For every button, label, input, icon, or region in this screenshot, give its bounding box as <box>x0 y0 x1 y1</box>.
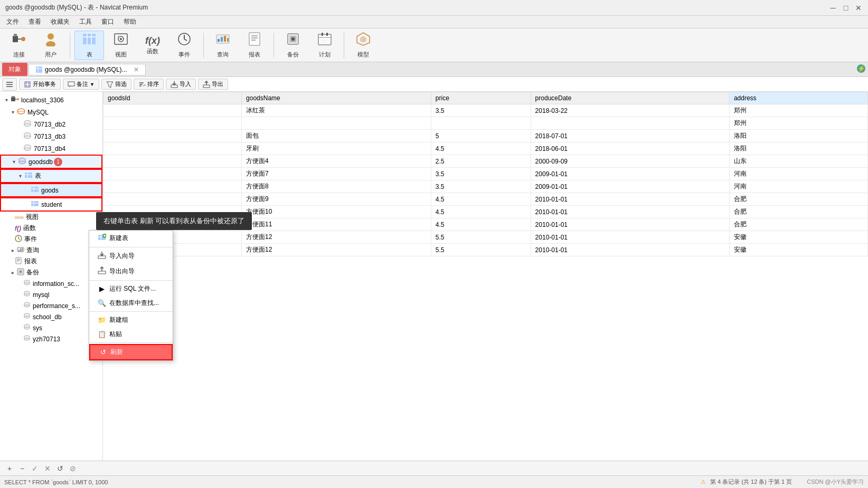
toolbar-report-label: 报表 <box>249 51 260 59</box>
toolbar-model[interactable]: 模型 <box>348 31 378 60</box>
toolbar-divider-3 <box>273 33 274 58</box>
col-price[interactable]: price <box>431 92 531 104</box>
toolbar-event[interactable]: 事件 <box>169 31 199 60</box>
sidebar-item-70713db3[interactable]: ▸ 70713_db3 <box>0 130 102 142</box>
sidebar-item-events[interactable]: 事件 <box>0 234 102 245</box>
sort-button[interactable]: 排序 <box>134 79 164 90</box>
sidebar-item-tables-group[interactable]: ▾ 表 <box>0 169 102 183</box>
comment-dropdown-icon[interactable]: ▼ <box>90 82 95 87</box>
delete-record-button[interactable]: − <box>17 463 27 474</box>
active-tab[interactable]: goods @goodsdb (MySQL)... ✕ <box>29 64 146 75</box>
minimize-button[interactable]: ─ <box>829 4 837 12</box>
ctx-new-group[interactable]: 📁 新建组 <box>89 313 173 327</box>
toolbar-user[interactable]: 用户 <box>36 31 65 60</box>
sidebar-item-sys[interactable]: ▸ sys <box>0 322 102 333</box>
toolbar-query[interactable]: 查询 <box>208 31 238 60</box>
data-table: goodsId goodsName price produceDate addr… <box>103 92 868 256</box>
stop-button[interactable]: ⊘ <box>68 463 78 474</box>
sidebar-item-70713db2[interactable]: ▸ 70713_db2 <box>0 118 102 130</box>
menu-bar: 文件 查看 收藏夹 工具 窗口 帮助 <box>0 16 868 28</box>
ctx-export-wizard[interactable]: 导出向导 <box>89 264 173 279</box>
check-button[interactable]: ✓ <box>30 463 40 474</box>
col-address[interactable]: address <box>729 92 867 104</box>
sidebar-item-student-table[interactable]: ▸ student <box>0 197 102 212</box>
goodsdb-icon <box>18 157 26 167</box>
yzh-label: yzh70713 <box>33 336 60 343</box>
col-goodsname[interactable]: goodsName <box>242 92 431 104</box>
menu-help[interactable]: 帮助 <box>119 16 140 27</box>
col-goodsid[interactable]: goodsId <box>103 92 242 104</box>
add-record-button[interactable]: + <box>4 463 15 474</box>
toolbar-table-label: 表 <box>87 51 92 59</box>
svg-point-12 <box>120 38 122 40</box>
svg-rect-0 <box>13 36 18 42</box>
menu-view[interactable]: 查看 <box>24 16 45 27</box>
sidebar-item-queries[interactable]: ▸ 查询 <box>0 245 102 256</box>
toolbar-table[interactable]: 表 <box>74 31 104 60</box>
object-button[interactable]: 对象 <box>2 63 27 76</box>
yzh-icon <box>23 334 31 343</box>
svg-point-110 <box>24 283 30 285</box>
ctx-new-table[interactable]: 新建表 <box>89 231 173 246</box>
hamburger-button[interactable] <box>2 78 17 91</box>
sidebar-item-goodsdb[interactable]: ▾ goodsdb 1 <box>0 155 102 169</box>
sidebar-item-views[interactable]: ∞∞ 视图 <box>0 212 102 223</box>
tab-close-icon[interactable]: ✕ <box>134 66 139 73</box>
export-icon <box>203 81 210 88</box>
col-producedate[interactable]: produceDate <box>531 92 729 104</box>
toolbar-report[interactable]: 报表 <box>240 31 269 60</box>
import-button[interactable]: 导入 <box>166 79 196 90</box>
svg-point-77 <box>24 148 31 151</box>
toolbar-backup[interactable]: 备份 <box>278 31 308 60</box>
toolbar-view[interactable]: 视图 <box>106 31 136 60</box>
sidebar-item-mysql-db[interactable]: ▸ mysql <box>0 289 102 300</box>
ctx-find-in-db[interactable]: 🔍 在数据库中查找... <box>89 296 173 310</box>
sidebar-item-performance[interactable]: ▸ performance_s... <box>0 300 102 311</box>
menu-file[interactable]: 文件 <box>2 16 23 27</box>
cancel-record-button[interactable]: ✕ <box>42 463 53 474</box>
ctx-import-wizard[interactable]: 导入向导 <box>89 248 173 264</box>
sidebar-item-mysql[interactable]: ▾ MySQL <box>0 106 102 118</box>
filter-button[interactable]: 筛选 <box>101 79 131 90</box>
tables-group-label: 表 <box>35 171 41 180</box>
refresh-icon: ↺ <box>99 348 107 356</box>
mysql-label: MySQL <box>27 109 49 116</box>
school-icon <box>23 312 31 321</box>
toolbar-connect[interactable]: 连接 <box>4 31 34 60</box>
toolbar-connect-label: 连接 <box>13 51 25 59</box>
sidebar-item-yzh[interactable]: ▸ yzh70713 <box>0 333 102 345</box>
info-icon <box>23 279 31 288</box>
ctx-run-sql[interactable]: ▶ 运行 SQL 文件... <box>89 282 173 296</box>
begin-transaction-button[interactable]: 开始事务 <box>19 79 61 90</box>
sidebar-item-backups[interactable]: ▸ 备份 <box>0 267 102 278</box>
toolbar-func[interactable]: f(x) 函数 <box>138 31 167 60</box>
tab-right-icon[interactable]: ⚡ <box>856 64 866 75</box>
ctx-refresh[interactable]: ↺ 刷新 <box>89 344 173 360</box>
toolbar-divider-1 <box>70 33 70 58</box>
sidebar-item-school-db[interactable]: ▸ school_db <box>0 311 102 322</box>
menu-tools[interactable]: 工具 <box>75 16 96 27</box>
export-button[interactable]: 导出 <box>198 79 228 90</box>
menu-favorites[interactable]: 收藏夹 <box>46 16 74 27</box>
sidebar-item-70713db4[interactable]: ▸ 70713_db4 <box>0 142 102 155</box>
sidebar-item-localhost[interactable]: ▾ localhost_3306 <box>0 94 102 106</box>
svg-rect-101 <box>16 257 21 264</box>
comment-button[interactable]: 备注 ▼ <box>63 79 99 90</box>
funcs-label: 函数 <box>23 224 36 233</box>
table-row: 牙刷4.52018-06-01洛阳 <box>103 142 868 155</box>
sidebar-item-information[interactable]: ▸ information_sc... <box>0 278 102 289</box>
tooltip: 右键单击表 刷新 可以看到表从备份中被还原了 <box>96 212 252 230</box>
toolbar-divider-2 <box>203 33 204 58</box>
sidebar-item-funcs[interactable]: f() 函数 <box>0 223 102 234</box>
toolbar-schedule[interactable]: 计划 <box>310 31 339 60</box>
menu-window[interactable]: 窗口 <box>97 16 118 27</box>
event-icon-sb <box>15 235 22 244</box>
mysql-db-label: mysql <box>33 291 49 299</box>
ctx-paste[interactable]: 📋 粘贴 <box>89 327 173 341</box>
ctx-new-table-label: 新建表 <box>109 234 128 243</box>
refresh-button[interactable]: ↺ <box>55 463 65 474</box>
maximize-button[interactable]: □ <box>842 4 850 12</box>
close-button[interactable]: ✕ <box>854 4 863 12</box>
sidebar-item-reports[interactable]: 报表 <box>0 256 102 267</box>
sidebar-item-goods-table[interactable]: ▸ goods <box>0 183 102 197</box>
